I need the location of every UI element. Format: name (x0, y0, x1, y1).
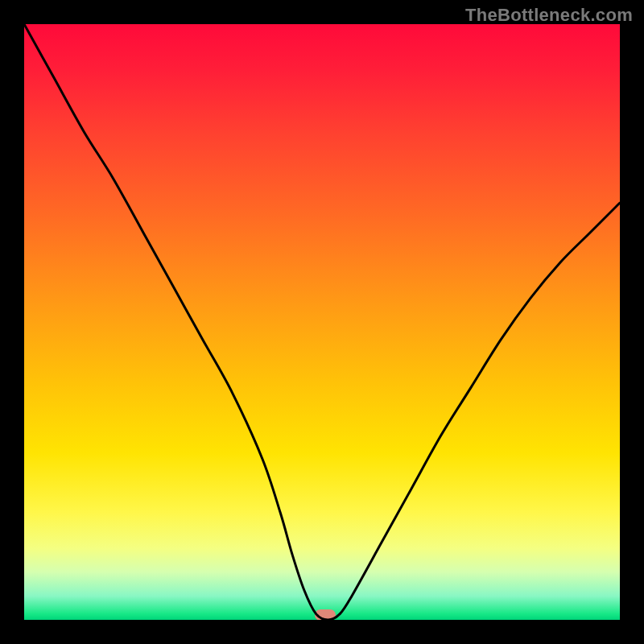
plot-area (24, 24, 620, 620)
watermark-text: TheBottleneck.com (465, 5, 633, 26)
bottleneck-curve-path (24, 24, 620, 620)
curve-svg (24, 24, 620, 620)
chart-frame: TheBottleneck.com (0, 0, 644, 644)
